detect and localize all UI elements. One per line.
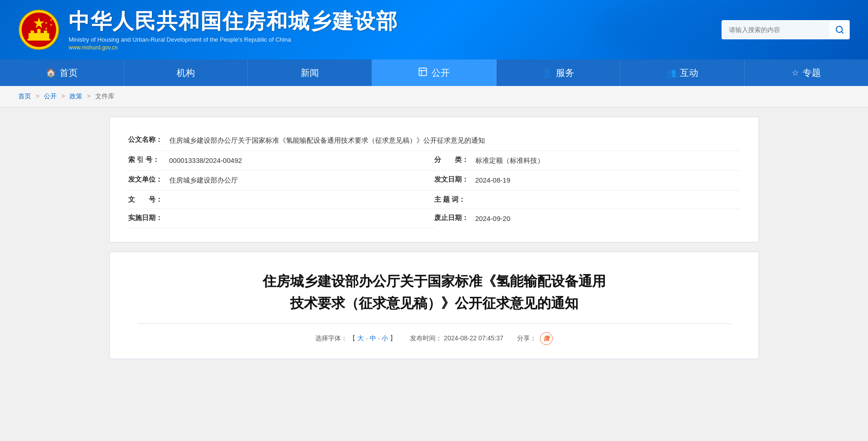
send-date-value: 2024-08-19 — [475, 175, 511, 186]
nav-item-open[interactable]: 公开 — [372, 59, 496, 86]
main-nav: 🏠 首页 机构 新闻 公开 👤 服务 👥 互动 ☆ 专题 — [0, 59, 868, 86]
publish-label: 发布时间： — [410, 334, 442, 342]
search-icon — [835, 25, 844, 34]
article-card: 住房城乡建设部办公厅关于国家标准《氢能输配设备通用技术要求（征求意见稿）》公开征… — [109, 252, 759, 359]
svg-rect-5 — [44, 31, 47, 34]
article-title: 住房城乡建设部办公厅关于国家标准《氢能输配设备通用技术要求（征求意见稿）》公开征… — [137, 270, 731, 314]
font-bracket-open: 【 — [349, 334, 356, 343]
sender-value: 住房城乡建设部办公厅 — [169, 175, 238, 186]
breadcrumb-sep-3: > — [87, 92, 92, 100]
doc-icon — [418, 67, 428, 77]
header-title-block: 中华人民共和国住房和城乡建设部 Ministry of Housing and … — [69, 9, 398, 50]
breadcrumb-sep-1: > — [36, 92, 41, 100]
document-info-card: 公文名称： 住房城乡建设部办公厅关于国家标准《氢能输配设备通用技术要求（征求意见… — [109, 117, 759, 242]
article-meta: 选择字体： 【 大 - 中 - 小 】 发布时间： 2024-08-22 07:… — [137, 332, 731, 345]
expire-date-value: 2024-09-20 — [475, 214, 511, 224]
nav-item-service[interactable]: 👤 服务 — [496, 59, 620, 86]
search-form — [722, 20, 850, 39]
font-small-link[interactable]: 小 — [382, 334, 388, 343]
send-date-row: 发文日期： 2024-08-19 — [434, 171, 740, 191]
weibo-share-button[interactable]: 微 — [540, 332, 553, 345]
article-divider — [137, 323, 731, 324]
share-label: 分享： — [517, 334, 536, 343]
nav-item-news[interactable]: 新闻 — [248, 59, 372, 86]
nav-label-open: 公开 — [431, 67, 450, 79]
breadcrumb-sep-2: > — [61, 92, 67, 100]
nav-item-organization[interactable]: 机构 — [124, 59, 248, 86]
open-icon — [418, 67, 428, 79]
publish-info: 发布时间： 2024-08-22 07:45:37 — [410, 334, 503, 343]
site-title-cn: 中华人民共和国住房和城乡建设部 — [69, 9, 398, 34]
font-sep-1: - — [366, 335, 368, 342]
breadcrumb-policy[interactable]: 政策 — [70, 92, 82, 100]
doc-no-label: 文 号： — [128, 195, 169, 204]
font-size-label: 选择字体： — [315, 334, 347, 343]
site-title-en: Ministry of Housing and Urban-Rural Deve… — [69, 36, 398, 43]
category-row: 分 类： 标准定额（标准科技） — [434, 151, 740, 171]
svg-line-13 — [841, 32, 843, 33]
nav-item-topic[interactable]: ☆ 专题 — [744, 59, 868, 86]
national-emblem — [18, 9, 59, 50]
sender-label: 发文单位： — [128, 175, 169, 184]
font-medium-link[interactable]: 中 — [370, 334, 376, 343]
send-date-label: 发文日期： — [434, 175, 475, 184]
nav-label-news: 新闻 — [301, 67, 319, 79]
nav-item-interaction[interactable]: 👥 互动 — [620, 59, 744, 86]
breadcrumb-open[interactable]: 公开 — [44, 92, 57, 100]
ref-no-value: 000013338/2024-00492 — [169, 156, 242, 166]
nav-label-organization: 机构 — [177, 67, 195, 79]
interaction-icon: 👥 — [666, 68, 676, 78]
breadcrumb-filelibrary: 文件库 — [95, 92, 114, 100]
nav-item-home[interactable]: 🏠 首页 — [0, 59, 124, 86]
info-grid: 索 引 号： 000013338/2024-00492 分 类： 标准定额（标准… — [128, 151, 740, 229]
doc-no-row: 文 号： — [128, 191, 434, 209]
svg-rect-14 — [419, 68, 427, 75]
nav-label-topic: 专题 — [803, 67, 821, 79]
font-large-link[interactable]: 大 — [357, 334, 364, 343]
doc-name-row: 公文名称： 住房城乡建设部办公厅关于国家标准《氢能输配设备通用技术要求（征求意见… — [128, 131, 740, 151]
weibo-icon-text: 微 — [544, 334, 550, 343]
font-size-selector: 选择字体： 【 大 - 中 - 小 】 — [315, 334, 396, 343]
main-content: 公文名称： 住房城乡建设部办公厅关于国家标准《氢能输配设备通用技术要求（征求意见… — [91, 117, 777, 359]
publish-time: 2024-08-22 07:45:37 — [444, 334, 503, 342]
ref-no-row: 索 引 号： 000013338/2024-00492 — [128, 151, 434, 171]
nav-label-interaction: 互动 — [680, 67, 698, 79]
site-header: 中华人民共和国住房和城乡建设部 Ministry of Housing and … — [0, 0, 868, 59]
share-section: 分享： 微 — [517, 332, 553, 345]
breadcrumb: 首页 > 公开 > 政策 > 文件库 — [0, 86, 868, 108]
font-bracket-close: 】 — [390, 334, 396, 343]
expire-date-label: 废止日期： — [434, 214, 475, 222]
sender-row: 发文单位： 住房城乡建设部办公厅 — [128, 171, 434, 191]
svg-rect-6 — [27, 39, 50, 41]
doc-name-label: 公文名称： — [128, 135, 169, 144]
subject-label: 主 题 词： — [434, 195, 475, 204]
font-sep-2: - — [378, 335, 380, 342]
category-label: 分 类： — [434, 156, 475, 164]
expire-date-row: 废止日期： 2024-09-20 — [434, 209, 740, 229]
category-value: 标准定额（标准科技） — [475, 156, 544, 166]
doc-name-value: 住房城乡建设部办公厅关于国家标准《氢能输配设备通用技术要求（征求意见稿）》公开征… — [169, 135, 485, 146]
home-icon: 🏠 — [46, 68, 56, 78]
svg-rect-3 — [31, 31, 34, 34]
site-url: www.mohurd.gov.cn — [69, 44, 398, 51]
subject-row: 主 题 词： — [434, 191, 740, 209]
nav-label-service: 服务 — [556, 67, 574, 79]
impl-date-row: 实施日期： — [128, 209, 434, 229]
search-button[interactable] — [830, 20, 850, 39]
nav-label-home: 首页 — [59, 67, 78, 79]
service-icon: 👤 — [542, 68, 552, 78]
breadcrumb-home[interactable]: 首页 — [18, 92, 31, 100]
header-left: 中华人民共和国住房和城乡建设部 Ministry of Housing and … — [18, 9, 398, 50]
ref-no-label: 索 引 号： — [128, 156, 169, 164]
topic-icon: ☆ — [792, 68, 799, 78]
impl-date-label: 实施日期： — [128, 214, 169, 222]
svg-rect-4 — [37, 29, 40, 34]
